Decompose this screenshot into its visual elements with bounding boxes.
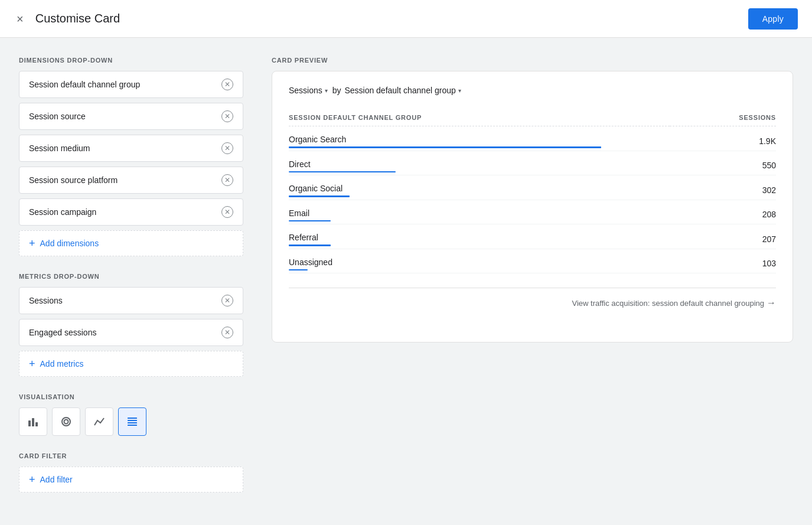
metrics-label: METRICS DROP-DOWN <box>19 273 243 280</box>
table-row: Direct 550 <box>289 151 776 175</box>
metrics-section: METRICS DROP-DOWN Sessions ✕ Engaged ses… <box>19 273 243 377</box>
vis-btn-bar[interactable] <box>19 407 47 436</box>
visualisation-label: VISUALISATION <box>19 393 243 400</box>
row-2-label-cell: Organic Social <box>289 175 670 200</box>
dimension-item-2[interactable]: Session medium ✕ <box>19 135 243 162</box>
row-0-bar <box>289 146 601 148</box>
remove-dimension-3[interactable]: ✕ <box>221 174 233 186</box>
svg-rect-0 <box>28 420 31 426</box>
svg-rect-8 <box>128 425 137 426</box>
metric-item-1[interactable]: Engaged sessions ✕ <box>19 319 243 346</box>
remove-metric-0[interactable]: ✕ <box>221 295 233 306</box>
vis-btn-line[interactable] <box>85 407 113 436</box>
remove-dimension-2[interactable]: ✕ <box>221 142 233 154</box>
row-0-value: 1.9K <box>670 126 776 151</box>
header: × Customise Card Apply <box>0 0 812 38</box>
remove-dimension-0[interactable]: ✕ <box>221 79 233 90</box>
page-title: Customise Card <box>35 12 120 25</box>
add-filter-button[interactable]: + Add filter <box>19 467 243 493</box>
row-2-bar <box>289 195 350 197</box>
row-5-label: Unassigned <box>289 257 670 267</box>
dimension-item-3[interactable]: Session source platform ✕ <box>19 167 243 194</box>
table-row: Organic Social 302 <box>289 175 776 200</box>
vis-btn-donut[interactable] <box>52 407 80 436</box>
add-dimensions-button[interactable]: + Add dimensions <box>19 230 243 256</box>
table-row: Email 208 <box>289 200 776 224</box>
left-panel: DIMENSIONS DROP-DOWN Session default cha… <box>19 57 243 509</box>
card-footer: View traffic acquisition: session defaul… <box>289 288 776 308</box>
card-preview-label: CARD PREVIEW <box>272 57 793 64</box>
dimension-label-2: Session medium <box>29 144 90 153</box>
row-3-value: 208 <box>670 200 776 224</box>
row-4-label-cell: Referral <box>289 224 670 249</box>
card-filter-label: CARD FILTER <box>19 452 243 459</box>
row-5-bar <box>289 269 308 271</box>
metric-label-1: Engaged sessions <box>29 328 96 337</box>
row-0-label: Organic Search <box>289 135 670 144</box>
add-filter-label: Add filter <box>40 475 73 484</box>
dimension-label-1: Session source <box>29 112 86 121</box>
svg-rect-1 <box>32 418 34 426</box>
dimension-dropdown-arrow[interactable]: ▾ <box>458 87 461 94</box>
vis-btn-table[interactable] <box>118 407 146 436</box>
svg-rect-5 <box>128 418 137 419</box>
table-row: Unassigned 103 <box>289 249 776 273</box>
col1-header: SESSION DEFAULT CHANNEL GROUP <box>289 109 670 126</box>
metric-item-0[interactable]: Sessions ✕ <box>19 287 243 314</box>
row-5-value: 103 <box>670 249 776 273</box>
table-icon <box>126 416 138 428</box>
remove-metric-1[interactable]: ✕ <box>221 327 233 338</box>
row-0-label-cell: Organic Search <box>289 126 670 151</box>
col2-header: SESSIONS <box>670 109 776 126</box>
row-3-label: Email <box>289 208 670 218</box>
sessions-dropdown-arrow[interactable]: ▾ <box>325 87 328 94</box>
dimension-label-0: Session default channel group <box>29 80 140 89</box>
svg-rect-6 <box>128 420 137 421</box>
dimension-item-4[interactable]: Session campaign ✕ <box>19 198 243 226</box>
row-1-bar <box>289 171 396 173</box>
table-row: Organic Search 1.9K <box>289 126 776 151</box>
row-2-label: Organic Social <box>289 184 670 193</box>
row-5-label-cell: Unassigned <box>289 249 670 273</box>
footer-link[interactable]: View traffic acquisition: session defaul… <box>572 299 764 308</box>
card-preview-box: Sessions ▾ by Session default channel gr… <box>272 71 793 343</box>
main-content: DIMENSIONS DROP-DOWN Session default cha… <box>0 38 812 525</box>
card-filter-section: CARD FILTER + Add filter <box>19 452 243 493</box>
remove-dimension-1[interactable]: ✕ <box>221 110 233 122</box>
vis-buttons-group <box>19 407 243 436</box>
close-button[interactable]: × <box>14 11 26 27</box>
card-title-by: by <box>330 86 344 95</box>
bar-chart-icon <box>27 416 39 428</box>
svg-point-3 <box>62 418 70 426</box>
svg-rect-2 <box>35 422 38 426</box>
row-4-value: 207 <box>670 224 776 249</box>
table-row: Referral 207 <box>289 224 776 249</box>
visualisation-section: VISUALISATION <box>19 393 243 436</box>
dimensions-label: DIMENSIONS DROP-DOWN <box>19 57 243 64</box>
plus-icon-filter: + <box>29 474 35 485</box>
card-title-dimension: Session default channel group <box>344 86 455 95</box>
table-body: Organic Search 1.9K Direct 550 <box>289 126 776 273</box>
add-metrics-button[interactable]: + Add metrics <box>19 351 243 377</box>
svg-point-4 <box>64 420 69 424</box>
right-panel: CARD PREVIEW Sessions ▾ by Session defau… <box>272 57 793 509</box>
dimension-label-4: Session campaign <box>29 207 96 217</box>
dimension-item-0[interactable]: Session default channel group ✕ <box>19 71 243 98</box>
dimension-item-1[interactable]: Session source ✕ <box>19 103 243 130</box>
table-header: SESSION DEFAULT CHANNEL GROUP SESSIONS <box>289 109 776 126</box>
remove-dimension-4[interactable]: ✕ <box>221 206 233 218</box>
row-3-label-cell: Email <box>289 200 670 224</box>
footer-arrow: → <box>767 298 776 308</box>
line-chart-icon <box>93 416 105 428</box>
dimension-label-3: Session source platform <box>29 175 118 185</box>
add-dimensions-label: Add dimensions <box>40 239 99 248</box>
apply-button[interactable]: Apply <box>748 8 798 30</box>
row-3-bar <box>289 220 331 222</box>
row-1-value: 550 <box>670 151 776 175</box>
donut-icon <box>60 416 72 428</box>
plus-icon: + <box>29 238 35 249</box>
row-4-bar <box>289 244 331 246</box>
card-title-sessions: Sessions <box>289 86 322 95</box>
row-1-label-cell: Direct <box>289 151 670 175</box>
row-4-label: Referral <box>289 233 670 242</box>
